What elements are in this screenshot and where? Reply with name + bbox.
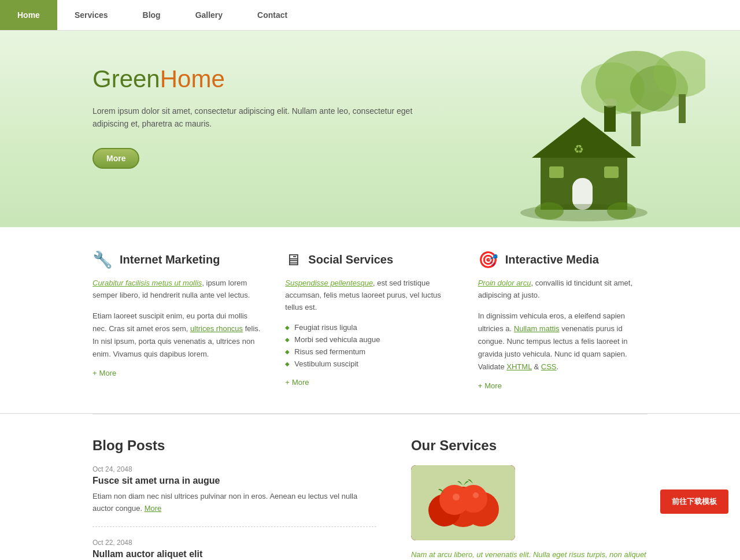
svg-point-16 <box>607 202 636 220</box>
our-services-col: Our Services Nam at arcu liber <box>411 437 648 560</box>
hero-title-orange: Home <box>160 65 225 92</box>
svg-point-8 <box>603 98 617 107</box>
svg-point-22 <box>460 485 487 513</box>
svg-rect-7 <box>604 106 616 132</box>
service-im-more[interactable]: + More <box>92 369 262 377</box>
blog-col: Blog Posts Oct 24, 2048 Fusce sit amet u… <box>92 437 376 560</box>
service-internet-marketing: 🔧 Internet Marketing Curabitur facilisis… <box>92 250 262 390</box>
services-section: 🔧 Internet Marketing Curabitur facilisis… <box>0 227 740 414</box>
main-nav: Home Services Blog Gallery Contact <box>0 0 740 31</box>
svg-marker-6 <box>532 117 636 158</box>
service-ss-more[interactable]: + More <box>285 378 454 387</box>
service-im2-body: In dignissim vehicula eros, a eleifend s… <box>478 310 648 373</box>
hero-more-button[interactable]: More <box>92 148 139 169</box>
service-im-body: Etiam laoreet suscipit enim, eu porta du… <box>92 310 262 361</box>
css-link[interactable]: CSS <box>541 362 557 371</box>
service-im-intro-link[interactable]: Curabitur facilisis metus ut mollis <box>92 279 202 287</box>
hero-description: Lorem ipsum dolor sit amet, consectetur … <box>92 105 416 131</box>
service-im-intro: Curabitur facilisis metus ut mollis, ips… <box>92 277 262 302</box>
nav-blog[interactable]: Blog <box>125 0 178 30</box>
svg-point-23 <box>453 494 460 500</box>
service-im2-header: 🎯 Interactive Media <box>478 250 648 269</box>
blog-post-1-more[interactable]: More <box>145 504 162 513</box>
service-ss-intro-link[interactable]: Suspendisse pellentesque <box>285 279 373 287</box>
monitor-icon: 🖥 <box>285 250 301 269</box>
hero-illustration: ♻ <box>462 42 694 227</box>
diamond-icon: ◆ <box>285 361 290 367</box>
service-im2-intro-link[interactable]: Proin dolor arcu <box>478 279 531 287</box>
our-services-title: Our Services <box>411 437 648 454</box>
svg-text:♻: ♻ <box>574 143 584 155</box>
plus-icon: + <box>92 369 97 377</box>
svg-point-24 <box>473 492 479 498</box>
list-item: ◆Feugiat risus ligula <box>285 321 454 333</box>
wrench-icon: 🔧 <box>92 250 113 269</box>
svg-rect-12 <box>604 166 619 178</box>
blog-post-2-title: Nullam auctor aliquet elit <box>92 549 376 559</box>
target-icon: 🎯 <box>478 250 498 269</box>
svg-rect-5 <box>679 94 686 123</box>
service-interactive-media: 🎯 Interactive Media Proin dolor arcu, co… <box>478 250 648 390</box>
service-social-services: 🖥 Social Services Suspendisse pellentesq… <box>285 250 454 390</box>
list-item: ◆Morbi sed vehicula augue <box>285 333 454 346</box>
svg-rect-11 <box>549 166 564 178</box>
diamond-icon: ◆ <box>285 348 290 355</box>
diamond-icon: ◆ <box>285 336 290 343</box>
service-ss-title: Social Services <box>308 253 393 266</box>
list-item: ◆Risus sed fermentum <box>285 346 454 358</box>
tomato-svg <box>411 465 515 540</box>
blog-post-2: Oct 22, 2048 Nullam auctor aliquet elit … <box>92 539 376 560</box>
nav-services[interactable]: Services <box>57 0 125 30</box>
blog-post-1-title: Fusce sit amet urna in augue <box>92 476 376 486</box>
service-im-title: Internet Marketing <box>120 253 220 266</box>
service-im2-title: Interactive Media <box>505 253 599 266</box>
service-im2-more[interactable]: + More <box>478 381 648 390</box>
service-ss-intro: Suspendisse pellentesque, est sed tristi… <box>285 277 454 313</box>
service-ss-bullets: ◆Feugiat risus ligula ◆Morbi sed vehicul… <box>285 321 454 370</box>
plus-icon: + <box>285 378 290 387</box>
hero-section: GreenHome Lorem ipsum dolor sit amet, co… <box>0 31 740 227</box>
ultrices-rhoncus-link[interactable]: ultrices rhoncus <box>190 324 243 333</box>
nav-contact[interactable]: Contact <box>240 0 305 30</box>
plus-icon: + <box>478 381 483 390</box>
blog-title: Blog Posts <box>92 437 376 454</box>
hero-title-green: Green <box>92 65 160 92</box>
blog-post-2-date: Oct 22, 2048 <box>92 539 376 547</box>
service-im-header: 🔧 Internet Marketing <box>92 250 262 269</box>
nav-home[interactable]: Home <box>0 0 57 30</box>
service-ss-header: 🖥 Social Services <box>285 250 454 269</box>
svg-rect-3 <box>631 112 641 146</box>
lower-section: Blog Posts Oct 24, 2048 Fusce sit amet u… <box>0 414 740 560</box>
service-im2-intro: Proin dolor arcu, convallis id tincidunt… <box>478 277 648 302</box>
blog-post-1-date: Oct 24, 2048 <box>92 465 376 473</box>
diamond-icon: ◆ <box>285 324 290 331</box>
nullam-mattis-link[interactable]: Nullam mattis <box>514 324 560 333</box>
nav-gallery[interactable]: Gallery <box>178 0 240 30</box>
svg-point-15 <box>535 202 564 220</box>
xhtml-link[interactable]: XHTML <box>506 362 532 371</box>
our-services-italic: Nam at arcu libero, ut venenatis elit. N… <box>411 548 648 560</box>
download-button[interactable]: 前往下载模板 <box>660 489 728 514</box>
blog-post-1-text: Etiam non diam nec nisl ultrices pulvina… <box>92 491 376 515</box>
blog-post-1: Oct 24, 2048 Fusce sit amet urna in augu… <box>92 465 376 527</box>
hero-svg: ♻ <box>462 42 705 227</box>
tomato-image <box>411 465 515 540</box>
list-item: ◆Vestibulum suscipit <box>285 358 454 370</box>
